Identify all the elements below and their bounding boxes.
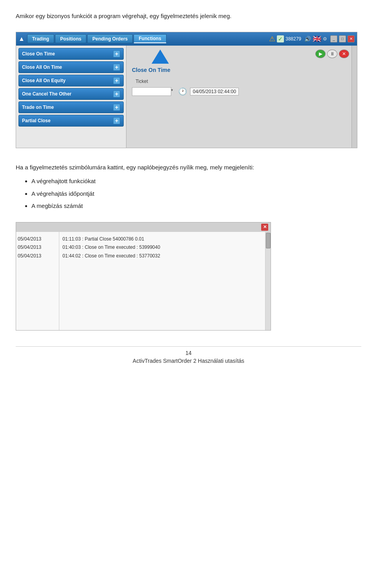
- app-window: ▲ Trading Positions Pending Orders Funct…: [16, 32, 357, 148]
- right-panel: ▶ ⏸ ✕ Close On Time Ticket 🕐: [126, 46, 357, 148]
- sidebar-item-partial-close[interactable]: Partial Close +: [18, 115, 124, 127]
- sidebar-plus-partial-close[interactable]: +: [113, 117, 120, 124]
- log-msg-1: : Partial Close 54000786 0.01: [82, 236, 144, 242]
- close-window-button[interactable]: ✕: [348, 35, 355, 42]
- log-content-column: 01:11:03 : Partial Close 54000786 0.01 0…: [59, 232, 271, 330]
- app-body: Close On Time + Close All On Time + Clos…: [16, 46, 357, 148]
- log-scroll-thumb: [266, 233, 271, 248]
- ticket-row: Ticket: [132, 79, 351, 84]
- check-icon: ✓: [277, 35, 284, 42]
- stop-button[interactable]: ✕: [339, 50, 349, 58]
- maximize-button[interactable]: □: [339, 35, 346, 42]
- sidebar-item-one-cancel-other[interactable]: One Cancel The Other +: [18, 88, 124, 100]
- ticket-label: Ticket: [132, 79, 152, 84]
- time-display: 04/05/2013 02:44:00: [190, 88, 239, 96]
- page-footer: 14 ActivTrades SmartOrder 2 Használati u…: [16, 346, 361, 364]
- intro-paragraph: Amikor egy bizonyos funkciót a program v…: [16, 12, 361, 21]
- log-date-column: 05/04/2013 05/04/2013 05/04/2013: [16, 232, 59, 330]
- ticket-dropdown-wrap: [132, 87, 175, 96]
- settings-icon: ⚙: [323, 36, 327, 42]
- sidebar: Close On Time + Close All On Time + Clos…: [16, 46, 126, 148]
- log-time-1: 01:11:03: [62, 236, 81, 242]
- sidebar-plus-trade-on-time[interactable]: +: [113, 104, 120, 111]
- log-entry-2: 01:40:03 : Close on Time executed : 5399…: [62, 243, 267, 252]
- sidebar-item-close-on-time[interactable]: Close On Time +: [18, 48, 124, 60]
- titlebar-controls: ⚠ ✓ 388279 🔊 🇬🇧 ⚙ _ □ ✕: [269, 35, 355, 43]
- app-logo-icon: ▲: [18, 35, 25, 42]
- log-body: 05/04/2013 05/04/2013 05/04/2013 01:11:0…: [16, 232, 271, 330]
- bullet-list: A végrehajtott funkciókat A végrehajtás …: [31, 176, 361, 211]
- ticket-dropdown[interactable]: [132, 87, 171, 96]
- sidebar-plus-close-all-on-time[interactable]: +: [113, 64, 120, 71]
- log-time-2: 01:40:03: [62, 244, 81, 250]
- nav-pending-orders[interactable]: Pending Orders: [87, 34, 133, 43]
- warning-icon: ⚠: [269, 35, 275, 43]
- flag-icon: 🇬🇧: [313, 35, 321, 43]
- log-msg-2: : Close on Time executed : 53999040: [82, 244, 160, 250]
- log-date-1: 05/04/2013: [18, 235, 57, 244]
- footer-title: ActivTrades SmartOrder 2 Használati utas…: [133, 358, 244, 364]
- right-panel-scrollbar[interactable]: [351, 46, 357, 148]
- log-scrollbar[interactable]: [265, 232, 271, 330]
- account-number: 388279: [285, 36, 301, 42]
- log-close-button[interactable]: ✕: [261, 224, 268, 231]
- sidebar-item-close-all-on-time[interactable]: Close All On Time +: [18, 61, 124, 73]
- clock-icon: 🕐: [178, 87, 187, 96]
- log-entry-1: 01:11:03 : Partial Close 54000786 0.01: [62, 235, 267, 244]
- sidebar-plus-close-on-time[interactable]: +: [113, 50, 120, 57]
- bullet-item-2: A végrehajtás időpontját: [31, 189, 361, 199]
- sidebar-item-trade-on-time[interactable]: Trade on Time +: [18, 101, 124, 113]
- sidebar-item-close-all-on-equity[interactable]: Close All On Equity +: [18, 75, 124, 86]
- play-button[interactable]: ▶: [315, 50, 326, 58]
- panel-controls: ▶ ⏸ ✕: [315, 50, 349, 58]
- body-paragraph: Ha a figyelmeztetés szimbólumára kattint…: [16, 162, 361, 173]
- bullet-item-3: A megbízás számát: [31, 201, 361, 211]
- page-number: 14: [185, 350, 192, 356]
- nav-functions[interactable]: Functions: [134, 34, 166, 43]
- speaker-icon: 🔊: [304, 36, 311, 42]
- nav-trading[interactable]: Trading: [27, 34, 54, 43]
- pause-button[interactable]: ⏸: [327, 50, 337, 58]
- log-titlebar: ✕: [16, 222, 271, 232]
- up-arrow-icon: [152, 50, 169, 64]
- nav-positions[interactable]: Positions: [55, 34, 86, 43]
- sidebar-plus-close-all-on-equity[interactable]: +: [113, 77, 120, 84]
- panel-title: Close On Time: [132, 67, 351, 73]
- log-window: ✕ 05/04/2013 05/04/2013 05/04/2013 01:11…: [16, 222, 271, 331]
- sidebar-plus-one-cancel-other[interactable]: +: [113, 90, 120, 97]
- app-titlebar: ▲ Trading Positions Pending Orders Funct…: [16, 32, 357, 46]
- log-time-3: 01:44:02: [62, 253, 81, 259]
- log-date-2: 05/04/2013: [18, 243, 57, 252]
- bullet-item-1: A végrehajtott funkciókat: [31, 176, 361, 186]
- nav-bar: Trading Positions Pending Orders Functio…: [27, 34, 167, 43]
- log-entry-3: 01:44:02 : Close on Time executed : 5377…: [62, 252, 267, 261]
- ticket-input-row: 🕐 04/05/2013 02:44:00: [132, 87, 351, 96]
- log-msg-3: : Close on Time executed : 53770032: [82, 253, 160, 259]
- minimize-button[interactable]: _: [330, 35, 337, 42]
- body-section: Ha a figyelmeztetés szimbólumára kattint…: [16, 162, 361, 211]
- log-date-3: 05/04/2013: [18, 252, 57, 261]
